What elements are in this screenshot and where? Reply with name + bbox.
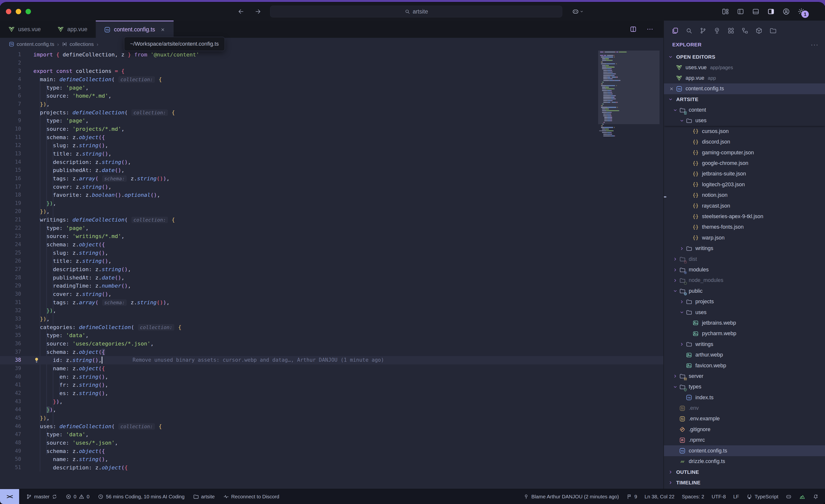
code-line[interactable]: 38 id: z.string(),Remove unused binary a… [0,356,663,364]
status-item-right-6[interactable]: TypeScript [746,494,778,500]
code-line[interactable]: 18 favorite: z.boolean().optional(), [0,191,663,199]
tree-row-arthur.webp[interactable]: arthur.webp [664,350,825,360]
toggle-primary-sidebar-icon[interactable] [737,8,744,15]
status-item-left-4[interactable]: Reconnect to Discord [223,494,280,500]
code-line[interactable]: 36 source: 'uses/categories/*.json', [0,340,663,348]
zoom-window-button[interactable] [25,9,31,14]
tree-row-logitech-g203.json[interactable]: logitech-g203.json [664,179,825,190]
code-line[interactable]: 7 }), [0,100,663,108]
code-line[interactable]: 22 type: 'page', [0,224,663,232]
code-line[interactable]: 45 }), [0,414,663,422]
code-line[interactable]: 49 schema: z.object({ [0,447,663,455]
code-line[interactable]: 50 name: z.string(), [0,455,663,464]
tree-row-google-chrome.json[interactable]: google-chrome.json [664,158,825,169]
code-line[interactable]: 28 publishedAt: z.date(), [0,274,663,282]
code-line[interactable]: 47 type: 'data', [0,430,663,439]
tree-row-modules[interactable]: modules [664,264,825,275]
tree-row-content.config.ts[interactable]: TScontent.config.ts [664,83,825,94]
code-line[interactable]: 4 main: defineCollection( collection: { [0,75,663,84]
status-item-right-9[interactable] [813,494,819,500]
tree-row-warp.json[interactable]: warp.json [664,233,825,243]
code-line[interactable]: 32 }), [0,307,663,315]
code-line[interactable]: 35 type: 'data', [0,331,663,340]
code-line[interactable]: 24 schema: z.object({ [0,241,663,249]
code-line[interactable]: 3export const collections = { [0,67,663,75]
minimize-window-button[interactable] [16,9,21,14]
tab-app.vue[interactable]: app.vue [49,21,96,38]
breadcrumb-item[interactable]: TScontent.config.ts [9,41,54,47]
tree-row-favicon.webp[interactable]: favicon.webp [664,360,825,371]
code-line[interactable]: 40 en: z.string(), [0,373,663,381]
tree-row-cursos.json[interactable]: cursos.json [664,126,825,137]
code-line[interactable]: 21 writings: defineCollection( collectio… [0,216,663,224]
forward-icon[interactable] [254,8,262,15]
tab-uses.vue[interactable]: uses.vue [0,21,49,38]
tree-row-jetbrains.webp[interactable]: jetbrains.webp [664,318,825,328]
code-line[interactable]: 23 source: 'writings/*.md', [0,232,663,241]
section-timeline[interactable]: TIMELINE [664,478,825,488]
section-artsite[interactable]: ARTSITE [664,94,825,105]
tree-row-dist[interactable]: dist [664,254,825,264]
code-line[interactable]: 26 title: z.string(), [0,257,663,265]
tree-row-notion.json[interactable]: notion.json [664,190,825,200]
account-icon[interactable] [782,8,790,15]
tree-row-.env.example[interactable]: .env.example [664,413,825,424]
activity-files-icon[interactable] [671,27,679,34]
tree-row-public[interactable]: public [664,286,825,297]
tree-row-.npmrc[interactable]: .npmrc [664,435,825,445]
status-item-left-0[interactable]: master [26,494,57,500]
tree-row-writings[interactable]: writings [664,243,825,254]
tree-row-app.vue[interactable]: app.vueapp [664,73,825,83]
tree-row-.env[interactable]: .env [664,403,825,413]
settings-gear[interactable]: 1 [798,8,805,15]
code-line[interactable]: 6 source: 'home/*.md', [0,92,663,100]
code-line[interactable]: 14 description: z.string(), [0,158,663,166]
code-line[interactable]: 17 cover: z.string(), [0,183,663,191]
back-icon[interactable] [237,8,244,15]
code-line[interactable]: 41 fr: z.string(), [0,381,663,389]
status-item-right-1[interactable]: 9 [626,494,637,500]
activity-search-icon[interactable] [685,27,693,34]
status-item-left-3[interactable]: artsite [193,494,215,500]
explorer-more-icon[interactable]: ··· [811,41,819,49]
code-line[interactable]: 44 }), [0,406,663,414]
code-line[interactable]: 15 publishedAt: z.date(), [0,166,663,174]
activity-hierarchy-icon[interactable] [741,27,749,34]
toggle-panel-icon[interactable] [752,8,760,15]
activity-package-icon[interactable] [755,27,763,34]
activity-branch-icon[interactable] [699,27,707,34]
tab-content.config.ts[interactable]: TScontent.config.ts [96,21,174,38]
close-tab-icon[interactable] [160,27,165,32]
code-line[interactable]: 42 es: z.string(), [0,389,663,398]
tree-row-uses[interactable]: uses [664,115,825,126]
status-item-right-3[interactable]: Spaces: 2 [682,494,704,500]
tree-row-node_modules[interactable]: node_modules [664,275,825,285]
tree-row-steelseries-apex-9-tkl.json[interactable]: steelseries-apex-9-tkl.json [664,211,825,222]
code-line[interactable]: 39 name: z.object({ [0,364,663,373]
tree-row-.gitignore[interactable]: .gitignore [664,424,825,435]
tree-row-content[interactable]: content [664,105,825,115]
close-window-button[interactable] [6,9,11,14]
tree-row-uses.vue[interactable]: uses.vueapp/pages [664,62,825,73]
code-line[interactable]: 27 description: z.string(), [0,265,663,274]
code-line[interactable]: 31 tags: z.array( schema: z.string()), [0,299,663,307]
activity-tree-icon[interactable] [713,27,721,34]
code-line[interactable]: 37 schema: z.object({ [0,348,663,356]
minimap[interactable] [598,51,660,489]
remote-indicator[interactable]: >< [0,489,19,504]
customize-layout-icon[interactable] [722,8,729,15]
status-item-left-2[interactable]: 56 mins Coding, 10 mins AI Coding [98,494,184,500]
status-item-right-8[interactable] [799,493,805,500]
toggle-secondary-sidebar-icon[interactable] [767,8,775,15]
tree-row-server[interactable]: server [664,371,825,382]
tree-row-raycast.json[interactable]: raycast.json [664,200,825,211]
code-line[interactable]: 10 source: 'projects/*.md', [0,125,663,133]
tree-row-drizzle.config.ts[interactable]: drizzle.config.ts [664,456,825,467]
breadcrumb-item[interactable]: collections [62,41,94,47]
code-editor[interactable]: 1import { defineCollection, z } from '@n… [0,51,663,489]
code-line[interactable]: 25 slug: z.string(), [0,249,663,257]
tree-row-writings[interactable]: writings [664,339,825,350]
code-line[interactable]: 1import { defineCollection, z } from '@n… [0,51,663,59]
code-line[interactable]: 13 title: z.string(), [0,150,663,158]
close-editor-icon[interactable] [669,86,674,91]
